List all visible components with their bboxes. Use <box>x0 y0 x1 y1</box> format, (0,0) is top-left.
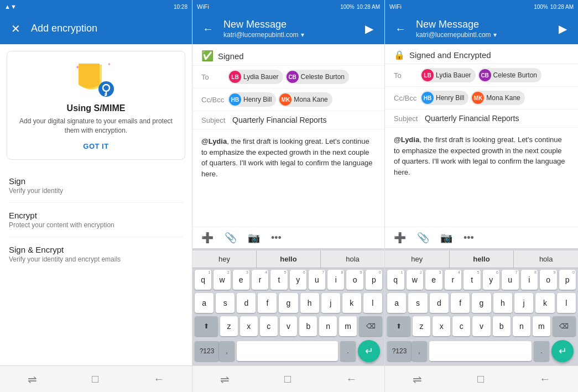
right-key-l[interactable]: l <box>557 293 576 313</box>
right-recipient-celeste[interactable]: CB Celeste Burton <box>478 68 541 82</box>
got-it-button[interactable]: GOT IT <box>83 142 108 150</box>
right-nav-back[interactable]: ← <box>539 373 550 385</box>
mid-key-y[interactable]: 6y <box>290 270 306 290</box>
right-key-w[interactable]: 2w <box>407 270 424 290</box>
right-key-t[interactable]: 5t <box>464 270 481 290</box>
right-space-key[interactable] <box>429 341 532 361</box>
mid-key-g[interactable]: g <box>279 293 298 313</box>
right-nav-home[interactable]: □ <box>477 373 484 385</box>
right-key-c[interactable]: c <box>452 316 470 336</box>
mid-nav-home[interactable]: □ <box>284 373 291 385</box>
right-camera-icon[interactable]: 📷 <box>440 232 452 244</box>
right-key-g[interactable]: g <box>472 293 491 313</box>
mid-nav-recent[interactable]: ⇌ <box>220 373 230 386</box>
right-recipient-mona[interactable]: MK Mona Kane <box>471 91 524 105</box>
mid-recipient-henry[interactable]: HB Henry Bill <box>228 92 276 107</box>
right-key-s[interactable]: s <box>408 293 427 313</box>
mid-key-z[interactable]: z <box>220 316 238 336</box>
right-send-button[interactable]: ▶ <box>554 20 571 38</box>
right-key-n[interactable]: n <box>513 316 530 336</box>
right-key-v[interactable]: v <box>472 316 490 336</box>
mid-key-r[interactable]: 4r <box>252 270 268 290</box>
right-num-key[interactable]: ?123 <box>387 341 412 361</box>
mid-period-key[interactable]: . <box>340 341 356 361</box>
mid-key-i[interactable]: 8i <box>327 270 344 290</box>
mid-camera-icon[interactable]: 📷 <box>248 232 260 244</box>
mid-nav-back[interactable]: ← <box>346 373 357 385</box>
right-period-key[interactable]: . <box>534 341 549 361</box>
mid-suggestion-hola[interactable]: hola <box>321 250 384 268</box>
right-shift-key[interactable]: ⬆ <box>387 316 410 336</box>
mid-more-icon[interactable]: ••• <box>271 232 282 244</box>
right-more-icon[interactable]: ••• <box>464 232 474 244</box>
mid-recipient-celeste[interactable]: CB Celeste Burton <box>285 70 349 84</box>
right-key-m[interactable]: m <box>533 316 550 336</box>
left-nav-home[interactable]: □ <box>92 373 98 385</box>
mid-key-m[interactable]: m <box>339 316 357 336</box>
mid-add-icon[interactable]: ➕ <box>201 232 214 244</box>
mid-key-w[interactable]: 2w <box>214 270 230 290</box>
mid-key-s[interactable]: s <box>216 293 235 313</box>
mid-key-u[interactable]: 7u <box>309 270 325 290</box>
mid-key-j[interactable]: j <box>321 293 340 313</box>
sign-encrypt-option[interactable]: Sign & Encrypt Verify your identity and … <box>9 237 183 271</box>
mid-key-c[interactable]: c <box>260 316 278 336</box>
right-enter-key[interactable]: ↵ <box>551 340 574 362</box>
right-key-y[interactable]: 6y <box>483 270 500 290</box>
mid-space-key[interactable] <box>237 341 338 361</box>
mid-suggestion-hello[interactable]: hello <box>257 250 321 268</box>
mid-suggestion-hey[interactable]: hey <box>192 250 257 268</box>
right-key-a[interactable]: a <box>387 293 406 313</box>
right-key-q[interactable]: 1q <box>387 270 404 290</box>
left-nav-back[interactable]: ← <box>153 373 164 385</box>
mid-delete-key[interactable]: ⌫ <box>359 316 382 336</box>
right-add-icon[interactable]: ➕ <box>394 232 406 244</box>
mid-key-q[interactable]: 1q <box>195 270 211 290</box>
right-key-b[interactable]: b <box>493 316 511 336</box>
right-key-p[interactable]: 0p <box>559 270 576 290</box>
encrypt-option[interactable]: Encrypt Protect your content with encryp… <box>9 203 183 237</box>
mid-key-x[interactable]: x <box>240 316 258 336</box>
right-key-u[interactable]: 7u <box>502 270 519 290</box>
mid-key-l[interactable]: l <box>363 293 382 313</box>
right-key-i[interactable]: 8i <box>521 270 538 290</box>
right-key-r[interactable]: 4r <box>445 270 462 290</box>
mid-shift-key[interactable]: ⬆ <box>195 316 218 336</box>
close-button[interactable]: ✕ <box>7 20 24 38</box>
mid-key-k[interactable]: k <box>342 293 361 313</box>
right-key-h[interactable]: h <box>493 293 512 313</box>
mid-email-body[interactable]: @Lydia, the first draft is looking great… <box>192 129 384 227</box>
mid-key-d[interactable]: d <box>237 293 256 313</box>
mid-key-n[interactable]: n <box>319 316 337 336</box>
mid-recipient-lydia[interactable]: LB Lydia Bauer <box>228 70 283 84</box>
mid-recipient-mona[interactable]: MK Mona Kane <box>278 92 332 107</box>
right-key-o[interactable]: 9o <box>540 270 557 290</box>
left-nav-recent[interactable]: ⇌ <box>28 373 37 386</box>
right-key-e[interactable]: 3e <box>425 270 442 290</box>
mid-comma-key[interactable]: , <box>219 341 235 361</box>
right-back-button[interactable]: ← <box>392 20 409 38</box>
right-key-j[interactable]: j <box>514 293 533 313</box>
mid-send-button[interactable]: ▶ <box>360 20 378 38</box>
mid-key-f[interactable]: f <box>258 293 277 313</box>
right-key-x[interactable]: x <box>433 316 450 336</box>
mid-key-v[interactable]: v <box>280 316 298 336</box>
mid-key-o[interactable]: 9o <box>346 270 363 290</box>
right-nav-recent[interactable]: ⇌ <box>413 373 422 386</box>
mid-key-e[interactable]: 3e <box>233 270 249 290</box>
right-comma-key[interactable]: , <box>412 341 427 361</box>
mid-enter-key[interactable]: ↵ <box>358 340 380 362</box>
right-key-k[interactable]: k <box>535 293 554 313</box>
right-attach-icon[interactable]: 📎 <box>417 232 429 244</box>
mid-key-p[interactable]: 0p <box>366 270 382 290</box>
mid-back-button[interactable]: ← <box>199 20 217 38</box>
right-email-body[interactable]: @Lydia, the first draft is looking great… <box>385 128 578 227</box>
mid-key-t[interactable]: 5t <box>270 270 287 290</box>
right-suggestion-hola[interactable]: hola <box>514 250 578 268</box>
sign-option[interactable]: Sign Verify your identity <box>9 169 183 203</box>
mid-key-h[interactable]: h <box>300 293 319 313</box>
right-delete-key[interactable]: ⌫ <box>553 316 576 336</box>
right-recipient-henry[interactable]: HB Henry Bill <box>420 91 468 105</box>
right-key-z[interactable]: z <box>413 316 430 336</box>
right-suggestion-hello[interactable]: hello <box>450 250 514 268</box>
